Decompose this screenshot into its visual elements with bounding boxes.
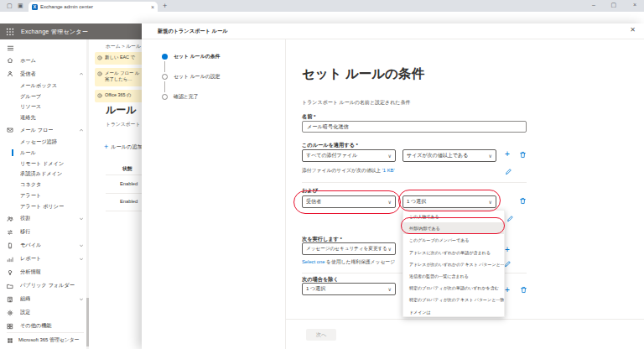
sidebar-item-insights[interactable]: 分析情報	[0, 266, 90, 279]
gear-icon	[7, 310, 13, 316]
sidebar-item-label: 移行	[20, 228, 30, 236]
sidebar-item-settings[interactable]: 設定	[0, 306, 90, 320]
app-title: Exchange 管理センター	[21, 28, 88, 36]
menu-item-4[interactable]: アドレスに次のいずれかの単語が含まれる	[403, 247, 504, 258]
menu-item-2[interactable]: 外部/内部である	[403, 222, 504, 234]
sidebar-item-accepted-domains[interactable]: 承認済みドメイン	[0, 169, 90, 180]
menu-item-5[interactable]: アドレスが次のいずれかのテキスト パターンと一致する	[403, 258, 504, 270]
sidebar-item-label: リソース	[20, 103, 41, 111]
selected-indicator	[12, 149, 13, 157]
menu-item-8[interactable]: 特定のプロパティが次のテキスト パターンと一致する	[403, 294, 504, 305]
summary-value-link[interactable]: '1 KB'	[382, 168, 395, 173]
menu-item-6[interactable]: 送信者の監督の一覧に含まれる	[403, 270, 504, 282]
add-condition-icon[interactable]: +	[505, 150, 510, 159]
edit-action-icon[interactable]	[504, 260, 512, 268]
dropdown-value: 受信者	[306, 198, 387, 206]
window-minimize-button[interactable]: –	[592, 2, 595, 8]
dropdown-value: 1 つ選択	[407, 198, 487, 206]
sidebar-item-label: 役割	[20, 215, 30, 222]
sidebar-item-label: リモート ドメイン	[20, 160, 64, 168]
insights-icon	[7, 269, 13, 276]
waffle-icon[interactable]	[6, 28, 14, 36]
sidebar-item-message-trace[interactable]: メッセージ追跡	[0, 137, 90, 148]
add-rule-button[interactable]: + ルールの追加	[104, 143, 142, 151]
window-maximize-button[interactable]: ▢	[610, 2, 616, 8]
except-dropdown[interactable]: 1 つ選択∨	[302, 283, 396, 295]
condition1-type-dropdown[interactable]: すべての添付ファイル∨	[302, 149, 396, 162]
sidebar-item-label: その他の機能	[20, 322, 52, 330]
plus-icon: +	[104, 143, 108, 151]
status-column-header: 状態	[122, 165, 132, 173]
sidebar-item-remote-domains[interactable]: リモート ドメイン	[0, 159, 90, 169]
sidebar-item-home[interactable]: ホーム	[0, 54, 90, 67]
flyout-close-icon[interactable]: ✕	[630, 26, 636, 34]
more-icon	[7, 323, 13, 330]
sidebar-item-public-folders[interactable]: パブリック フォルダー	[0, 279, 90, 293]
sidebar-item-groups[interactable]: グループ	[0, 91, 90, 102]
mobile-icon	[7, 242, 13, 249]
steps-divider	[285, 39, 286, 349]
menu-item-7[interactable]: 特定のプロパティが次の単語のいずれかを含む	[403, 282, 504, 294]
new-tab-button[interactable]: +	[163, 2, 167, 10]
sidebar-item-m365-admin[interactable]: Microsoft 365 管理センター	[7, 336, 80, 344]
delete-condition2-icon[interactable]	[519, 197, 527, 205]
vertical-tabs-icon[interactable]: ▣	[18, 3, 23, 9]
form-divider	[302, 182, 527, 183]
select-one-link[interactable]: Select one	[302, 259, 325, 264]
menu-item-9[interactable]: ドメインは	[403, 306, 504, 318]
sidebar-item-resources[interactable]: リソース	[0, 102, 90, 113]
sidebar-item-rules[interactable]: ルール	[0, 148, 90, 159]
breadcrumb-home[interactable]: ホーム	[106, 44, 121, 49]
sidebar-item-alerts[interactable]: アラート	[0, 190, 90, 201]
sidebar-item-reports[interactable]: レポート	[0, 253, 90, 266]
table-row[interactable]: Enabled	[120, 199, 138, 204]
sidebar-item-migration[interactable]: 移行	[0, 226, 90, 239]
dropdown-value: すべての添付ファイル	[306, 152, 387, 159]
sidebar-item-other-features[interactable]: その他の機能	[0, 320, 90, 333]
new-transport-rule-flyout: 新規のトランスポート ルール ✕ セット ルールの条件セット ルールの設定確認と…	[142, 23, 644, 349]
rule-name-input[interactable]	[302, 121, 527, 133]
condition2-operator-dropdown[interactable]: 1 つ選択∨	[402, 195, 496, 208]
sidebar-item-mail-flow[interactable]: メール フロー	[0, 123, 90, 137]
delete-condition-icon[interactable]	[519, 151, 527, 159]
form-description: トランスポート ルールの名前と設定された条件	[302, 99, 411, 107]
sidebar-item-label: パブリック フォルダー	[20, 282, 75, 289]
browser-tab[interactable]: X Exchange admin center ×	[29, 2, 158, 12]
sidebar-item-recipients[interactable]: 受信者	[0, 67, 90, 81]
sidebar-item-roles[interactable]: 役割	[0, 212, 90, 226]
rights-protect-row: Select one を使用した権利保護メッセージ	[302, 258, 395, 266]
breadcrumb: ホーム > ルール	[106, 43, 141, 50]
add-exception-icon[interactable]: +	[505, 286, 510, 294]
delete-exception-icon[interactable]	[520, 286, 527, 294]
sidebar-item-alert-policies[interactable]: アラート ポリシー	[0, 201, 90, 212]
condition2-type-dropdown[interactable]: 受信者∨	[302, 195, 396, 208]
condition1-summary: 添付ファイルのサイズが次の値以上 '1 KB'	[302, 167, 395, 174]
info-icon	[97, 71, 102, 76]
wizard-steps: セット ルールの条件セット ルールの設定確認と完了	[142, 39, 285, 140]
sidebar-item-organization[interactable]: 組織	[0, 293, 90, 306]
sidebar-item-contacts[interactable]: 連絡先	[0, 112, 90, 123]
sidebar-item-mobile[interactable]: モバイル	[0, 239, 90, 253]
window-close-button[interactable]: ×	[633, 2, 636, 8]
next-button[interactable]: 次へ	[306, 329, 336, 341]
hamburger-icon[interactable]	[7, 44, 14, 52]
step-label-1: セット ルールの条件	[174, 53, 220, 60]
menu-item-3[interactable]: このグループのメンバーである	[403, 234, 504, 246]
tab-close-icon[interactable]: ×	[151, 4, 154, 10]
sidebar-item-mailboxes[interactable]: メールボックス	[0, 81, 90, 91]
sidebar-item-label: 承認済みドメイン	[20, 170, 62, 178]
step-indicator-2[interactable]	[162, 74, 168, 80]
nav-scrollbar-thumb[interactable]	[86, 298, 89, 346]
add-action-icon[interactable]: +	[505, 246, 510, 254]
condition1-operator-dropdown[interactable]: サイズが次の値以上である∨	[402, 149, 496, 162]
edit-condition2-icon[interactable]	[506, 215, 514, 222]
sidebar-item-label: 連絡先	[20, 114, 36, 122]
table-row[interactable]: Enabled	[120, 181, 138, 186]
edit-condition1-icon[interactable]	[505, 168, 512, 175]
step-indicator-3[interactable]	[162, 94, 168, 100]
sidebar-item-connectors[interactable]: コネクタ	[0, 180, 90, 190]
tab-actions-icon[interactable]: ▢	[7, 3, 13, 9]
step-indicator-1[interactable]	[162, 54, 168, 60]
menu-item-1[interactable]: この人物である	[403, 211, 504, 222]
action-dropdown[interactable]: メッセージのセキュリティを変更する∨	[302, 242, 396, 255]
